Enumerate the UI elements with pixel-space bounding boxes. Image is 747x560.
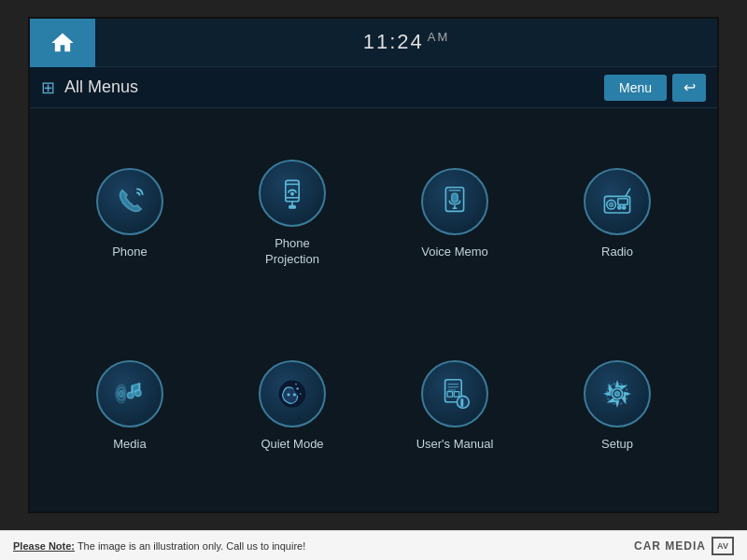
phone-label: Phone — [112, 245, 148, 260]
bottom-bezel — [28, 513, 719, 530]
media-label: Media — [113, 437, 146, 453]
time-value: 11:24 — [363, 31, 424, 54]
media-icon — [111, 375, 148, 413]
setup-item[interactable]: Setup — [536, 310, 698, 502]
voice-memo-icon — [436, 183, 473, 220]
media-item[interactable]: Media — [49, 310, 211, 502]
menu-title: All Menus — [64, 77, 604, 97]
media-icon-circle — [96, 360, 163, 427]
voice-memo-icon-circle — [421, 168, 488, 235]
svg-rect-7 — [452, 193, 458, 203]
svg-point-13 — [610, 203, 613, 206]
footer-brand: CAR MEDIA AV — [634, 537, 734, 555]
footer-bar: Please Note: The image is an illustratio… — [0, 530, 747, 560]
quiet-mode-label: Quiet Mode — [261, 437, 323, 453]
svg-point-16 — [618, 205, 621, 208]
footer-logo-text: AV — [717, 541, 728, 551]
menu-bar: ⊞ All Menus Menu ↩ — [30, 67, 717, 108]
phone-projection-label: Phone Projection — [265, 236, 319, 268]
radio-item[interactable]: Radio — [536, 118, 698, 310]
time-area: 11:24AM — [95, 30, 717, 54]
svg-point-3 — [291, 193, 293, 195]
header-bar: 11:24AM — [30, 19, 717, 67]
phone-projection-icon-circle — [259, 160, 326, 227]
phone-icon-circle — [96, 168, 163, 235]
clock-display: 11:24AM — [363, 30, 450, 54]
grid-icon: ⊞ — [41, 77, 55, 98]
phone-projection-icon — [274, 175, 311, 212]
svg-line-15 — [626, 189, 630, 196]
radio-label: Radio — [601, 245, 633, 260]
svg-point-19 — [135, 390, 141, 396]
home-button[interactable] — [30, 19, 95, 67]
svg-rect-5 — [289, 206, 295, 208]
footer-logo: AV — [712, 537, 734, 555]
svg-point-27 — [293, 393, 296, 396]
svg-rect-32 — [447, 391, 453, 397]
svg-text:i: i — [460, 397, 463, 407]
outer-bezel: 11:24AM ⊞ All Menus Menu ↩ — [0, 0, 747, 530]
quiet-mode-icon — [274, 375, 311, 413]
icons-grid: Phone — [30, 108, 717, 511]
users-manual-label: User's Manual — [416, 437, 494, 453]
svg-point-37 — [615, 391, 620, 396]
phone-projection-item[interactable]: Phone Projection — [211, 118, 374, 310]
svg-point-23 — [296, 387, 298, 389]
back-button[interactable]: ↩ — [672, 74, 706, 102]
users-manual-icon-circle: i — [421, 360, 488, 427]
footer-note: Please Note: The image is an illustratio… — [13, 540, 305, 552]
phone-icon — [111, 183, 148, 220]
radio-icon-circle — [584, 168, 651, 235]
menu-button[interactable]: Menu — [604, 75, 667, 101]
users-manual-item[interactable]: i User's Manual — [374, 310, 536, 502]
setup-icon-circle — [584, 360, 651, 427]
svg-rect-33 — [454, 391, 459, 397]
quiet-mode-item[interactable]: Quiet Mode — [211, 310, 374, 502]
users-manual-icon: i — [436, 375, 473, 413]
footer-note-bold: Please Note: — [13, 540, 75, 552]
home-icon — [49, 30, 76, 56]
phone-item[interactable]: Phone — [49, 118, 211, 310]
footer-brand-text: CAR MEDIA — [634, 539, 706, 553]
svg-point-24 — [300, 393, 302, 395]
svg-point-25 — [295, 383, 297, 385]
radio-icon — [599, 183, 636, 220]
voice-memo-item[interactable]: Voice Memo — [374, 118, 536, 310]
svg-point-17 — [623, 205, 626, 208]
ampm-value: AM — [428, 30, 450, 44]
setup-label: Setup — [601, 437, 633, 453]
back-arrow-icon: ↩ — [684, 78, 696, 96]
svg-rect-14 — [618, 198, 627, 203]
screen: 11:24AM ⊞ All Menus Menu ↩ — [28, 17, 719, 513]
svg-point-18 — [128, 392, 134, 398]
quiet-mode-icon-circle — [259, 360, 326, 427]
voice-memo-label: Voice Memo — [421, 245, 488, 260]
footer-note-text: The image is an illustration only. Call … — [75, 540, 305, 552]
svg-point-26 — [287, 393, 289, 396]
setup-icon — [599, 375, 636, 413]
